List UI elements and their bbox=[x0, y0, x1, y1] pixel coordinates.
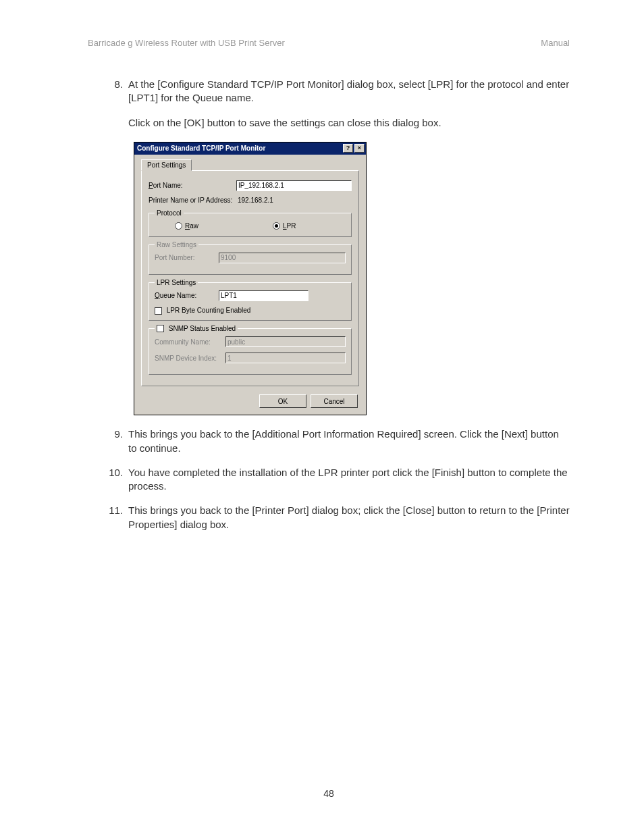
snmp-device-index-label: SNMP Device Index: bbox=[155, 355, 225, 362]
port-name-label: Port Name: bbox=[149, 182, 236, 189]
step-10: 10. You have completed the installation … bbox=[107, 466, 570, 494]
radio-label: Raw bbox=[185, 222, 198, 230]
checkbox-icon bbox=[157, 325, 164, 332]
ok-button[interactable]: OK bbox=[259, 394, 306, 408]
step-9: 9. This brings you back to the [Addition… bbox=[107, 427, 570, 455]
tcpip-port-monitor-dialog: Configure Standard TCP/IP Port Monitor ?… bbox=[134, 142, 367, 416]
close-icon[interactable]: × bbox=[354, 144, 365, 153]
tab-port-settings[interactable]: Port Settings bbox=[141, 159, 192, 171]
page-header: Barricade g Wireless Router with USB Pri… bbox=[88, 38, 570, 48]
community-name-label: Community Name: bbox=[155, 338, 225, 346]
printer-address-label: Printer Name or IP Address: bbox=[149, 197, 236, 204]
step-number: 10. bbox=[107, 466, 128, 494]
step-text: This brings you back to the [Additional … bbox=[128, 427, 570, 455]
raw-settings-group: Raw Settings Port Number: bbox=[149, 241, 352, 275]
queue-name-input[interactable] bbox=[219, 290, 308, 301]
checkbox-label: SNMP Status Enabled bbox=[169, 325, 236, 332]
cancel-button[interactable]: Cancel bbox=[311, 394, 358, 408]
help-icon[interactable]: ? bbox=[343, 144, 353, 153]
lpr-byte-counting-checkbox[interactable]: LPR Byte Counting Enabled bbox=[155, 307, 346, 315]
dialog-title: Configure Standard TCP/IP Port Monitor bbox=[137, 145, 342, 152]
snmp-status-checkbox[interactable]: SNMP Status Enabled bbox=[155, 325, 238, 333]
port-number-label: Port Number: bbox=[155, 254, 219, 261]
header-right: Manual bbox=[541, 38, 570, 48]
snmp-device-index-input bbox=[225, 353, 346, 363]
checkbox-icon bbox=[155, 307, 162, 315]
step-8: 8. At the [Configure Standard TCP/IP Por… bbox=[107, 78, 570, 130]
queue-name-label: Queue Name: bbox=[155, 292, 219, 299]
step-text: Click on the [OK] button to save the set… bbox=[128, 116, 570, 130]
snmp-group: SNMP Status Enabled Community Name: SNMP… bbox=[149, 325, 352, 375]
radio-label: LPR bbox=[283, 222, 296, 230]
checkbox-label: LPR Byte Counting Enabled bbox=[167, 307, 251, 314]
protocol-lpr-radio[interactable]: LPR bbox=[273, 222, 296, 230]
port-name-input[interactable] bbox=[236, 180, 352, 191]
header-left: Barricade g Wireless Router with USB Pri… bbox=[88, 38, 285, 48]
step-number: 8. bbox=[107, 78, 128, 130]
lpr-settings-legend: LPR Settings bbox=[155, 279, 198, 286]
step-text: This brings you back to the [Printer Por… bbox=[128, 504, 570, 531]
printer-address-value: 192.168.2.1 bbox=[236, 197, 273, 204]
raw-settings-legend: Raw Settings bbox=[155, 241, 198, 249]
lpr-settings-group: LPR Settings Queue Name: LPR Byte Counti… bbox=[149, 279, 352, 321]
protocol-group: Protocol Raw LPR bbox=[149, 209, 352, 237]
step-text: You have completed the installation of t… bbox=[128, 466, 570, 494]
port-number-input bbox=[219, 253, 346, 263]
protocol-raw-radio[interactable]: Raw bbox=[175, 222, 198, 230]
step-number: 11. bbox=[107, 504, 128, 531]
page-number: 48 bbox=[88, 788, 570, 799]
community-name-input bbox=[225, 336, 346, 347]
step-text: At the [Configure Standard TCP/IP Port M… bbox=[128, 78, 570, 105]
radio-icon bbox=[273, 222, 280, 230]
titlebar[interactable]: Configure Standard TCP/IP Port Monitor ?… bbox=[134, 142, 366, 155]
protocol-legend: Protocol bbox=[155, 209, 184, 217]
step-number: 9. bbox=[107, 427, 128, 455]
radio-icon bbox=[175, 222, 182, 230]
step-11: 11. This brings you back to the [Printer… bbox=[107, 504, 570, 531]
